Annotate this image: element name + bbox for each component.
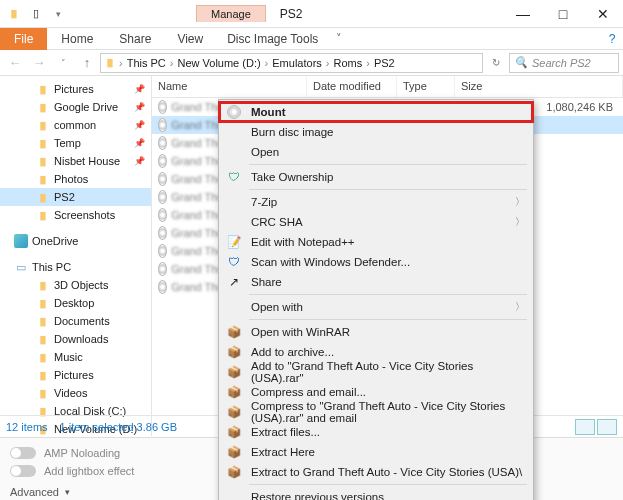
file-tab[interactable]: File — [0, 28, 47, 50]
context-item[interactable]: 🛡 Take Ownership — [219, 167, 533, 187]
context-item[interactable]: 📦 Open with WinRAR — [219, 322, 533, 342]
folder-icon — [36, 118, 50, 132]
recent-dropdown-icon[interactable]: ˅ — [52, 52, 74, 74]
folder-icon — [36, 82, 50, 96]
tree-item[interactable]: Videos — [0, 384, 151, 402]
qat-caret-icon[interactable]: ▾ — [50, 6, 66, 22]
close-button[interactable]: ✕ — [583, 0, 623, 28]
column-type[interactable]: Type — [397, 76, 455, 97]
column-date[interactable]: Date modified — [307, 76, 397, 97]
defender-icon: 🛡 — [225, 254, 243, 270]
tree-item[interactable]: Desktop — [0, 294, 151, 312]
context-separator — [249, 294, 527, 295]
winrar-icon: 📦 — [225, 384, 243, 400]
tree-item[interactable]: common📌 — [0, 116, 151, 134]
context-item[interactable]: Mount — [219, 102, 533, 122]
qat-icon[interactable]: ▯ — [28, 6, 44, 22]
disc-image-tools-tab[interactable]: Disc Image Tools — [217, 28, 328, 50]
up-button[interactable]: ↑ — [76, 52, 98, 74]
refresh-icon[interactable]: ↻ — [485, 52, 507, 74]
context-item[interactable]: 📦 Add to archive... — [219, 342, 533, 362]
breadcrumb-segment[interactable]: New Volume (D:) — [175, 57, 262, 69]
context-item[interactable]: 📦 Compress and email... — [219, 382, 533, 402]
context-item[interactable]: 📝 Edit with Notepad++ — [219, 232, 533, 252]
onedrive-icon — [14, 234, 28, 248]
pin-icon: 📌 — [134, 84, 145, 94]
share-tab[interactable]: Share — [107, 28, 163, 50]
context-item[interactable]: 🛡 Scan with Windows Defender... — [219, 252, 533, 272]
winrar-icon: 📦 — [225, 424, 243, 440]
breadcrumb-segment[interactable]: Roms — [331, 57, 364, 69]
tree-item[interactable]: Photos — [0, 170, 151, 188]
context-item[interactable]: ↗ Share — [219, 272, 533, 292]
context-separator — [249, 164, 527, 165]
context-item[interactable]: Restore previous versions — [219, 487, 533, 500]
tree-item[interactable]: Temp📌 — [0, 134, 151, 152]
minimize-button[interactable]: — — [503, 0, 543, 28]
disc-icon — [158, 262, 167, 276]
disc-icon — [158, 100, 167, 114]
folder-icon — [36, 278, 50, 292]
context-item[interactable]: 📦 Extract files... — [219, 422, 533, 442]
tree-item[interactable]: Pictures — [0, 366, 151, 384]
context-item[interactable]: 📦 Add to "Grand Theft Auto - Vice City S… — [219, 362, 533, 382]
navigation-tree[interactable]: Pictures📌 Google Drive📌 common📌 Temp📌 Ni… — [0, 76, 152, 436]
context-item[interactable]: Burn disc image — [219, 122, 533, 142]
back-button[interactable]: ← — [4, 52, 26, 74]
breadcrumb-segment[interactable]: This PC — [125, 57, 168, 69]
pin-icon: 📌 — [134, 156, 145, 166]
tree-onedrive[interactable]: OneDrive — [0, 232, 151, 250]
breadcrumb-segment[interactable]: PS2 — [372, 57, 397, 69]
tree-item[interactable]: Documents — [0, 312, 151, 330]
home-tab[interactable]: Home — [49, 28, 105, 50]
context-item[interactable]: 7-Zip 〉 — [219, 192, 533, 212]
maximize-button[interactable]: □ — [543, 0, 583, 28]
lightbox-toggle[interactable] — [10, 465, 36, 477]
winrar-icon: 📦 — [225, 364, 243, 380]
tree-item[interactable]: Screenshots — [0, 206, 151, 224]
help-icon[interactable]: ? — [601, 28, 623, 50]
context-item[interactable]: 📦 Compress to "Grand Theft Auto - Vice C… — [219, 402, 533, 422]
folder-icon — [36, 208, 50, 222]
chevron-right-icon: 〉 — [515, 300, 525, 314]
disc-icon — [158, 154, 167, 168]
context-item[interactable]: 📦 Extract Here — [219, 442, 533, 462]
context-icon — [225, 214, 243, 230]
tree-item[interactable]: Nisbet House📌 — [0, 152, 151, 170]
context-icon — [225, 194, 243, 210]
breadcrumb[interactable]: ›This PC›New Volume (D:)›Emulators›Roms›… — [100, 53, 483, 73]
tree-item[interactable]: Music — [0, 348, 151, 366]
tree-this-pc[interactable]: This PC — [0, 258, 151, 276]
ribbon-toggle-icon[interactable]: ˅ — [330, 32, 348, 45]
context-item[interactable]: 📦 Extract to Grand Theft Auto - Vice Cit… — [219, 462, 533, 482]
context-item[interactable]: CRC SHA 〉 — [219, 212, 533, 232]
context-icon — [225, 124, 243, 140]
winrar-icon: 📦 — [225, 464, 243, 480]
ribbon: File Home Share View Disc Image Tools ˅ … — [0, 28, 623, 50]
disc-icon — [158, 172, 167, 186]
folder-icon — [103, 56, 117, 70]
amp-noloading-toggle[interactable] — [10, 447, 36, 459]
breadcrumb-segment[interactable]: Emulators — [270, 57, 324, 69]
column-headers[interactable]: Name Date modified Type Size — [152, 76, 623, 98]
column-name[interactable]: Name — [152, 76, 307, 97]
forward-button[interactable]: → — [28, 52, 50, 74]
disc-icon — [158, 226, 167, 240]
context-item[interactable]: Open — [219, 142, 533, 162]
search-input[interactable]: 🔍 Search PS2 — [509, 53, 619, 73]
tree-item[interactable]: Downloads — [0, 330, 151, 348]
view-tab[interactable]: View — [165, 28, 215, 50]
thumbnails-view-icon[interactable] — [597, 419, 617, 435]
tree-item[interactable]: PS2 — [0, 188, 151, 206]
column-size[interactable]: Size — [455, 76, 623, 97]
status-selection: 1 item selected 3.86 GB — [60, 421, 177, 433]
context-item[interactable]: Open with 〉 — [219, 297, 533, 317]
tree-item[interactable]: Google Drive📌 — [0, 98, 151, 116]
folder-icon — [36, 350, 50, 364]
chevron-down-icon: ▾ — [65, 487, 70, 497]
tree-item[interactable]: 3D Objects — [0, 276, 151, 294]
pin-icon: 📌 — [134, 138, 145, 148]
winrar-icon: 📦 — [225, 404, 243, 420]
tree-item[interactable]: Pictures📌 — [0, 80, 151, 98]
details-view-icon[interactable] — [575, 419, 595, 435]
